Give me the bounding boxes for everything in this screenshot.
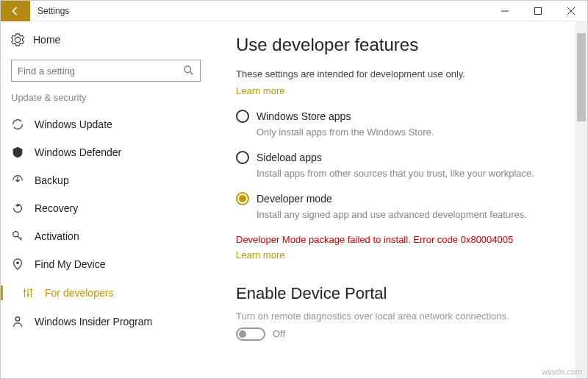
sidebar-item-label: Backup	[35, 174, 69, 186]
sidebar: Home Update & security Windows Update Wi…	[1, 21, 214, 378]
radio-option-developer-mode[interactable]: Developer mode Install any signed app an…	[236, 192, 561, 222]
error-message: Developer Mode package failed to install…	[236, 234, 561, 245]
key-icon	[11, 230, 24, 243]
home-label: Home	[33, 34, 60, 46]
search-input[interactable]	[18, 65, 184, 77]
sidebar-item-for-developers[interactable]: For developers	[11, 278, 214, 308]
location-icon	[11, 258, 24, 271]
sidebar-item-label: Windows Defender	[35, 146, 121, 158]
radio-desc: Install any signed app and use advanced …	[257, 208, 561, 222]
sidebar-item-recovery[interactable]: Recovery	[11, 194, 214, 222]
back-button[interactable]	[1, 1, 30, 21]
sidebar-item-label: Find My Device	[35, 258, 105, 270]
recovery-icon	[11, 202, 24, 215]
radio-option-sideload[interactable]: Sideload apps Install apps from other so…	[236, 151, 561, 180]
active-indicator	[1, 286, 3, 300]
radio-option-store-apps[interactable]: Windows Store apps Only install apps fro…	[236, 110, 561, 139]
radio-label: Developer mode	[257, 193, 332, 205]
sidebar-item-backup[interactable]: Backup	[11, 166, 214, 194]
sync-icon	[11, 118, 24, 131]
svg-line-3	[190, 72, 193, 75]
scroll-thumb[interactable]	[577, 33, 586, 121]
sidebar-item-windows-insider[interactable]: Windows Insider Program	[11, 308, 214, 336]
title-bar: Settings	[1, 1, 587, 21]
radio-icon-selected	[236, 192, 249, 205]
page-lead: These settings are intended for developm…	[236, 68, 561, 79]
minimize-icon	[501, 7, 509, 15]
toggle-state: Off	[273, 328, 285, 339]
radio-label: Sideload apps	[257, 152, 322, 163]
close-icon	[567, 7, 575, 15]
svg-point-4	[13, 232, 18, 237]
sidebar-item-windows-update[interactable]: Windows Update	[11, 110, 214, 138]
radio-label: Windows Store apps	[257, 110, 351, 122]
scrollbar[interactable]	[576, 21, 587, 378]
back-arrow-icon	[10, 6, 21, 16]
sidebar-item-label: For developers	[45, 287, 113, 299]
watermark: wsxdn.com	[542, 367, 582, 376]
sidebar-item-activation[interactable]: Activation	[11, 222, 214, 250]
insider-icon	[11, 315, 24, 328]
shield-icon	[11, 146, 24, 159]
sidebar-item-label: Activation	[35, 230, 79, 242]
sidebar-item-find-my-device[interactable]: Find My Device	[11, 250, 214, 278]
window-title: Settings	[37, 6, 69, 16]
minimize-button[interactable]	[488, 1, 521, 21]
sliders-icon	[21, 286, 35, 300]
sidebar-item-label: Windows Insider Program	[35, 316, 152, 327]
home-link[interactable]: Home	[11, 30, 214, 49]
sidebar-item-windows-defender[interactable]: Windows Defender	[11, 138, 214, 166]
sidebar-item-label: Windows Update	[35, 118, 112, 130]
error-learn-more-link[interactable]: Learn more	[236, 249, 284, 261]
radio-desc: Install apps from other sources that you…	[257, 167, 561, 180]
content-area: Use developer features These settings ar…	[214, 21, 576, 378]
radio-icon	[236, 110, 249, 123]
maximize-button[interactable]	[521, 1, 554, 21]
close-button[interactable]	[554, 1, 587, 21]
learn-more-link[interactable]: Learn more	[236, 85, 284, 96]
search-icon	[184, 65, 194, 76]
gear-icon	[11, 33, 24, 46]
radio-desc: Only install apps from the Windows Store…	[257, 126, 561, 139]
svg-rect-1	[534, 7, 541, 14]
radio-icon	[236, 151, 249, 164]
backup-icon	[11, 174, 24, 187]
svg-point-6	[15, 317, 19, 321]
search-box[interactable]	[11, 60, 201, 82]
page-heading: Use developer features	[236, 35, 561, 55]
portal-heading: Enable Device Portal	[236, 284, 561, 303]
sidebar-item-label: Recovery	[35, 202, 78, 214]
svg-point-5	[16, 261, 19, 264]
svg-point-2	[184, 66, 191, 73]
portal-lead: Turn on remote diagnostics over local ar…	[236, 311, 561, 322]
section-header: Update & security	[11, 92, 214, 103]
maximize-icon	[534, 7, 542, 15]
device-portal-toggle[interactable]	[236, 327, 265, 341]
